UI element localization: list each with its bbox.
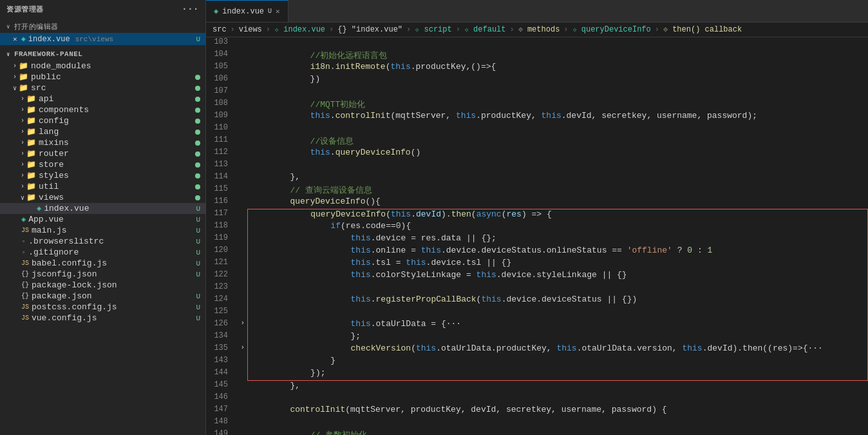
fold-arrow[interactable] bbox=[238, 111, 247, 123]
fold-arrow[interactable] bbox=[238, 380, 247, 392]
fold-arrow[interactable] bbox=[238, 184, 247, 197]
fold-arrow[interactable] bbox=[238, 405, 247, 417]
tree-item-views[interactable]: ∨📁views bbox=[0, 192, 205, 203]
framework-label[interactable]: ∨ FRAMEWORK-PANEL bbox=[0, 48, 205, 61]
tree-item-jsconfig.json[interactable]: {}jsconfig.jsonU bbox=[0, 269, 205, 280]
tree-item-label: jsconfig.json bbox=[32, 269, 97, 279]
line-number: 112 bbox=[206, 148, 238, 160]
tab-index-vue[interactable]: ◈ index.vue U ✕ bbox=[206, 0, 288, 22]
line-content: this.controlInit(mqttServer, this.produc… bbox=[247, 111, 868, 123]
line-number: 105 bbox=[206, 62, 238, 74]
fold-arrow[interactable] bbox=[238, 172, 247, 184]
tree-item-.browserslistrc[interactable]: ◦.browserslistrcU bbox=[0, 236, 205, 247]
line-content: controlInit(mqttServer, productKey, devI… bbox=[247, 405, 868, 417]
bc-sep4: › bbox=[406, 25, 411, 34]
tree-item-public[interactable]: ›📁public bbox=[0, 72, 205, 82]
line-content: // 参数初始化 bbox=[247, 429, 868, 435]
tree-item-label: api bbox=[39, 94, 53, 104]
fold-arrow[interactable] bbox=[238, 246, 247, 258]
fold-arrow[interactable] bbox=[238, 74, 247, 86]
tree-item-.gitignore[interactable]: ◦.gitignoreU bbox=[0, 247, 205, 258]
tree-item-label: index.vue bbox=[44, 204, 89, 213]
fold-arrow[interactable] bbox=[238, 99, 247, 111]
fold-arrow[interactable] bbox=[238, 356, 247, 368]
tree-item-index.vue[interactable]: ◈index.vueU bbox=[0, 203, 205, 214]
tree-file-icon: 📁 bbox=[26, 138, 36, 148]
tree-item-main.js[interactable]: JSmain.jsU bbox=[0, 225, 205, 236]
close-icon[interactable]: ✕ bbox=[13, 35, 17, 43]
fold-arrow[interactable] bbox=[238, 258, 247, 270]
tree-item-lang[interactable]: ›📁lang bbox=[0, 126, 205, 137]
tree-item-components[interactable]: ›📁components bbox=[0, 104, 205, 115]
fold-arrow[interactable] bbox=[238, 123, 247, 135]
tree-arrow: › bbox=[13, 63, 17, 70]
fold-arrow[interactable] bbox=[238, 307, 247, 319]
line-number: 149 bbox=[206, 429, 238, 435]
bc-querydevice: ⬦ queryDeviceInfo bbox=[572, 25, 651, 34]
tree-item-node_modules[interactable]: ›📁node_modules bbox=[0, 61, 205, 72]
fold-arrow[interactable]: › bbox=[238, 343, 247, 356]
line-number: 148 bbox=[206, 417, 238, 429]
open-editor-item[interactable]: ✕ ◈ index.vue src\views U bbox=[0, 33, 205, 45]
tree-item-App.vue[interactable]: ◈App.vueU bbox=[0, 214, 205, 225]
line-row: 134 }; bbox=[206, 331, 868, 343]
fold-arrow[interactable] bbox=[238, 221, 247, 233]
tree-item-router[interactable]: ›📁router bbox=[0, 148, 205, 159]
fold-arrow[interactable] bbox=[238, 331, 247, 343]
fold-arrow[interactable] bbox=[238, 429, 247, 435]
tree-item-store[interactable]: ›📁store bbox=[0, 159, 205, 170]
bc-sep6: › bbox=[510, 25, 514, 34]
tree-item-postcss.config.js[interactable]: JSpostcss.config.jsU bbox=[0, 302, 205, 313]
git-badge: U bbox=[196, 249, 200, 256]
tree-item-vue.config.js[interactable]: JSvue.config.jsU bbox=[0, 313, 205, 324]
fold-arrow[interactable] bbox=[238, 392, 247, 405]
tree-item-styles[interactable]: ›📁styles bbox=[0, 170, 205, 181]
line-number: 106 bbox=[206, 74, 238, 86]
fold-arrow[interactable] bbox=[238, 50, 247, 62]
tree-item-label: .browserslistrc bbox=[28, 237, 104, 246]
editor-area: ◈ index.vue U ✕ src › views › ⬦ index.vu… bbox=[206, 0, 868, 435]
tree-item-babel.config.js[interactable]: JSbabel.config.jsU bbox=[0, 258, 205, 269]
fold-arrow[interactable] bbox=[238, 86, 247, 99]
fold-arrow[interactable] bbox=[238, 62, 247, 74]
fold-arrow[interactable] bbox=[238, 282, 247, 295]
tree-item-src[interactable]: ∨📁src bbox=[0, 82, 205, 93]
fold-arrow[interactable] bbox=[238, 135, 247, 148]
git-badge: U bbox=[196, 227, 200, 235]
line-content: queryDeviceInfo(){ bbox=[247, 197, 868, 209]
line-row: 146 bbox=[206, 392, 868, 405]
tree-item-mixins[interactable]: ›📁mixins bbox=[0, 137, 205, 148]
open-editors-label[interactable]: ∨ 打开的编辑器 bbox=[0, 21, 205, 33]
fold-arrow[interactable] bbox=[238, 270, 247, 282]
fold-arrow[interactable] bbox=[238, 197, 247, 209]
fold-arrow[interactable] bbox=[238, 148, 247, 160]
tree-item-config[interactable]: ›📁config bbox=[0, 115, 205, 126]
tree-item-package.json[interactable]: {}package.jsonU bbox=[0, 291, 205, 302]
fold-arrow[interactable]: › bbox=[238, 319, 247, 331]
tree-file-icon: {} bbox=[21, 293, 29, 300]
line-row: 124 this.registerPropCallBack(this.devic… bbox=[206, 295, 868, 307]
line-number: 124 bbox=[206, 295, 238, 307]
fold-arrow[interactable] bbox=[238, 368, 247, 380]
line-row: 107 bbox=[206, 86, 868, 99]
fold-arrow[interactable] bbox=[238, 37, 247, 50]
fold-arrow[interactable] bbox=[238, 295, 247, 307]
fold-arrow[interactable] bbox=[238, 233, 247, 246]
fold-arrow[interactable] bbox=[238, 417, 247, 429]
line-content: // 查询云端设备信息 bbox=[247, 184, 868, 197]
more-icon[interactable]: ··· bbox=[182, 4, 199, 14]
tab-close-icon[interactable]: ✕ bbox=[276, 7, 280, 15]
tree-item-api[interactable]: ›📁api bbox=[0, 93, 205, 104]
git-badge: U bbox=[196, 304, 200, 311]
tree-item-package-lock.json[interactable]: {}package-lock.json bbox=[0, 280, 205, 291]
line-content bbox=[247, 37, 868, 50]
line-content: }; bbox=[247, 331, 868, 343]
tree-item-label: App.vue bbox=[28, 215, 64, 224]
fold-arrow[interactable] bbox=[238, 160, 247, 172]
fold-arrow[interactable] bbox=[238, 209, 247, 221]
code-editor[interactable]: 103104 //初始化远程语言包105 i18n.initRemote(thi… bbox=[206, 37, 868, 435]
tree-item-util[interactable]: ›📁util bbox=[0, 181, 205, 192]
line-number: 134 bbox=[206, 331, 238, 343]
git-dot bbox=[195, 195, 200, 200]
line-content: this.colorStyleLinkage = this.device.sty… bbox=[247, 270, 868, 282]
